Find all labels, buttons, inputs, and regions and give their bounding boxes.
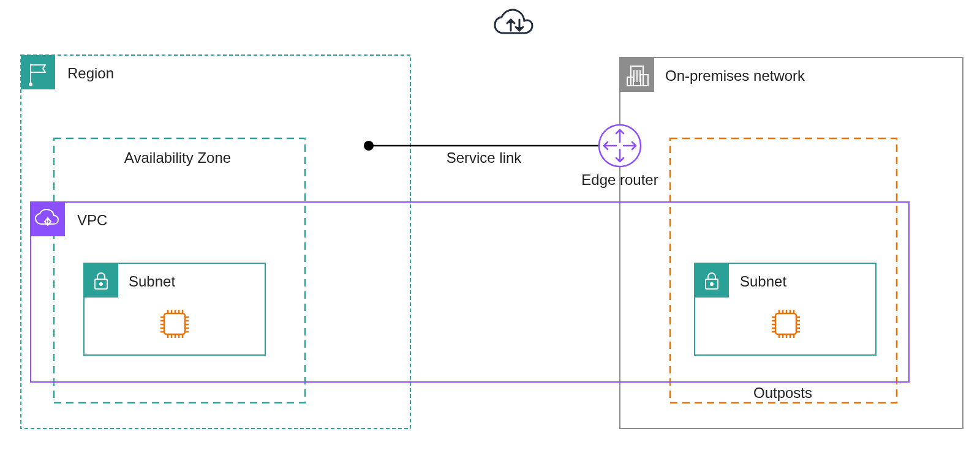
svg-point-2 xyxy=(29,83,32,86)
on-premises-box xyxy=(620,58,963,429)
vpc-icon xyxy=(31,202,65,236)
availability-zone-label: Availability Zone xyxy=(124,149,231,166)
outposts-label: Outposts xyxy=(753,384,812,401)
service-link-endpoint xyxy=(364,141,374,151)
chip-icon-left xyxy=(160,310,189,338)
svg-point-38 xyxy=(710,283,713,285)
vpc-label: VPC xyxy=(77,212,107,228)
svg-rect-39 xyxy=(775,313,796,334)
region-label: Region xyxy=(67,65,114,81)
subnet-right-icon xyxy=(695,263,729,298)
subnet-left-label: Subnet xyxy=(129,273,175,290)
subnet-right-label: Subnet xyxy=(740,273,786,290)
svg-rect-12 xyxy=(84,263,118,298)
diagram-canvas: Region Availability Zone On-premises net… xyxy=(0,0,980,453)
edge-router-icon xyxy=(599,125,641,167)
on-premises-icon xyxy=(620,58,654,92)
svg-point-14 xyxy=(100,283,102,285)
on-premises-label: On-premises network xyxy=(665,67,805,84)
cloud-sync-icon xyxy=(495,10,532,33)
subnet-left-icon xyxy=(84,263,118,298)
edge-router-label: Edge router xyxy=(581,171,658,188)
region-box xyxy=(21,55,410,429)
chip-icon-right xyxy=(772,310,800,338)
region-icon xyxy=(21,55,55,89)
svg-rect-15 xyxy=(164,313,185,334)
service-link-label: Service link xyxy=(447,149,522,166)
svg-rect-36 xyxy=(695,263,729,298)
